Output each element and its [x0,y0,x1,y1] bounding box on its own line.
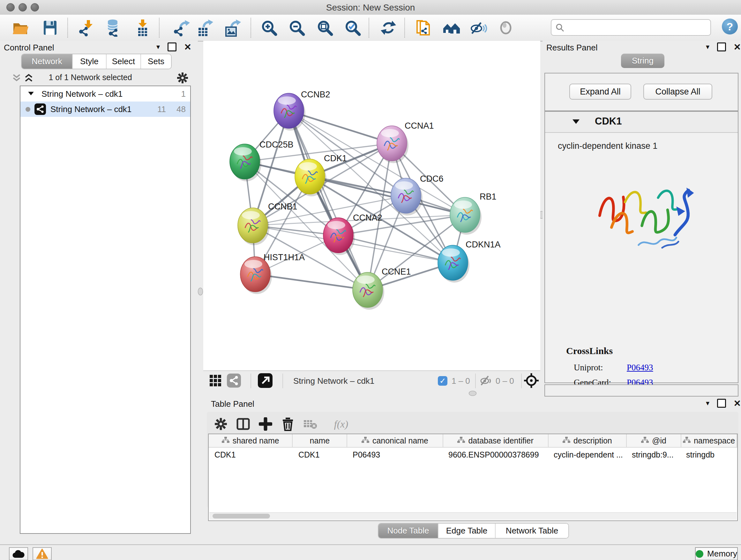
export-table-icon [195,19,213,37]
column-header-database-identifier[interactable]: database identifier [443,434,549,447]
zoom-in-button[interactable] [260,18,278,37]
share-view-button[interactable] [226,372,242,389]
export-image-button[interactable] [223,18,241,37]
table-cell[interactable]: P06493 [347,448,443,462]
table-cell[interactable]: stringdb:9... [626,448,680,462]
main-toolbar: ? [0,15,741,42]
table-cell[interactable]: 9606.ENSP00000378699 [443,448,548,462]
results-actions-box: Expand All Collapse All [544,73,738,111]
gene-section-header[interactable]: CDK1 [545,112,738,133]
show-columns-button[interactable] [235,416,252,432]
collection-expand-icon[interactable] [28,91,34,95]
warning-icon [36,549,48,559]
column-header-name[interactable]: name [293,434,347,447]
panel-float-icon[interactable] [717,399,726,408]
import-table-button[interactable] [133,18,152,37]
tab-select[interactable]: Select [107,54,141,69]
gray-eye-button[interactable] [496,18,515,37]
scrollbar-thumb[interactable] [212,514,270,518]
network-name: String Network – cdk1 [51,105,131,114]
zoom-selected-button[interactable] [343,18,362,37]
network-collection-row[interactable]: String Network – cdk1 1 [20,86,190,102]
tab-node-table[interactable]: Node Table [379,523,439,538]
table-cell[interactable]: CDK1 [293,448,347,462]
bottom-splitter-handle[interactable] [469,391,476,396]
panel-collapse-icon[interactable]: ▾ [156,43,160,51]
selected-checkbox[interactable]: ✓ [438,376,448,386]
import-network-file-button[interactable] [77,18,95,37]
horizontal-scrollbar[interactable] [209,512,737,520]
save-session-button[interactable] [41,18,59,37]
panel-float-icon[interactable] [167,43,176,51]
delete-column-button[interactable] [280,416,296,432]
memory-label: Memory [707,549,737,559]
network-canvas[interactable]: CCNB2CCNA1CDC25BCDK1CDC6RB1CCNB1CCNA2CDK… [203,41,540,370]
expand-all-button[interactable]: Expand All [569,84,631,100]
function-builder-button[interactable]: f(x) [327,416,355,432]
panel-collapse-icon[interactable]: ▾ [706,399,710,408]
collection-count: 1 [181,89,186,99]
import-network-database-button[interactable] [104,18,123,37]
search-input[interactable] [551,19,711,36]
node-CCNA2[interactable]: CCNA2 [323,213,382,255]
toolbar-separator [282,374,283,388]
column-header-id[interactable]: @id [627,434,681,447]
section-collapse-icon[interactable] [572,119,580,124]
table-row[interactable]: CDK1CDK1P064939606.ENSP00000378699cyclin… [209,448,737,462]
node-CCNE1[interactable]: CCNE1 [353,267,411,310]
delete-table-button[interactable] [302,416,319,432]
panel-close-icon[interactable]: ✕ [734,398,741,409]
add-column-button[interactable] [257,416,274,432]
table-cell[interactable]: cyclin-dependent ... [548,448,626,462]
column-header-namespace[interactable]: namespace [681,434,737,447]
home-button[interactable] [442,18,461,37]
tab-string[interactable]: String [621,54,664,68]
tree-icon [222,436,229,445]
panel-close-icon[interactable]: ✕ [184,42,192,52]
refresh-button[interactable] [379,18,398,37]
export-table-button[interactable] [195,18,213,37]
table-settings-button[interactable] [212,416,229,432]
control-panel-tabs: NetworkStyleSelectSets [21,54,172,69]
eye-slash-icon [479,375,493,386]
node-HIST1H1A[interactable]: HIST1H1A [240,253,305,294]
help-button[interactable]: ? [722,18,738,35]
column-header-canonical-name[interactable]: canonical name [347,434,443,447]
crosslink-value-link[interactable]: P06493 [627,363,653,373]
hide-panel-button[interactable] [469,18,488,37]
tab-network[interactable]: Network [22,54,73,69]
birdseye-grid-button[interactable] [207,372,224,389]
collapse-all-button[interactable]: Collapse All [643,84,712,100]
left-splitter-handle[interactable] [198,288,203,295]
cloud-status-button[interactable] [9,547,28,560]
open-in-window-button[interactable] [257,372,273,389]
node-RB1[interactable]: RB1 [450,192,496,235]
column-header-description[interactable]: description [549,434,627,447]
memory-button[interactable]: Memory [695,547,738,560]
tab-edge-table[interactable]: Edge Table [439,523,495,538]
node-CDKN1A[interactable]: CDKN1A [438,240,501,283]
gear-icon[interactable] [177,72,188,84]
table-cell[interactable]: CDK1 [209,448,293,462]
table-cell[interactable]: stringdb [680,448,736,462]
warnings-button[interactable] [32,547,52,560]
column-header-shared-name[interactable]: shared name [209,434,293,447]
hidden-items-button[interactable] [478,374,494,388]
export-network-button[interactable] [172,18,190,37]
center-view-button[interactable] [523,372,540,389]
panel-float-icon[interactable] [717,43,726,51]
zoom-fit-button[interactable] [316,18,334,37]
node-CDC6[interactable]: CDC6 [391,174,444,215]
tab-network-table[interactable]: Network Table [495,523,568,538]
panel-collapse-icon[interactable]: ▾ [706,43,710,51]
open-file-button[interactable] [11,18,30,37]
string-document-button[interactable] [415,18,433,37]
panel-close-icon[interactable]: ✕ [734,42,741,52]
gene-details-box: CDK1 cyclin-dependent kinase 1 CrossLink… [544,111,738,383]
node-CCNB2[interactable]: CCNB2 [274,90,330,131]
network-row[interactable]: String Network – cdk1 11 48 [20,102,190,117]
tab-sets[interactable]: Sets [141,54,171,69]
zoom-out-button[interactable] [287,18,306,37]
title-bar: Session: New Session [0,0,741,15]
tab-style[interactable]: Style [73,54,107,69]
